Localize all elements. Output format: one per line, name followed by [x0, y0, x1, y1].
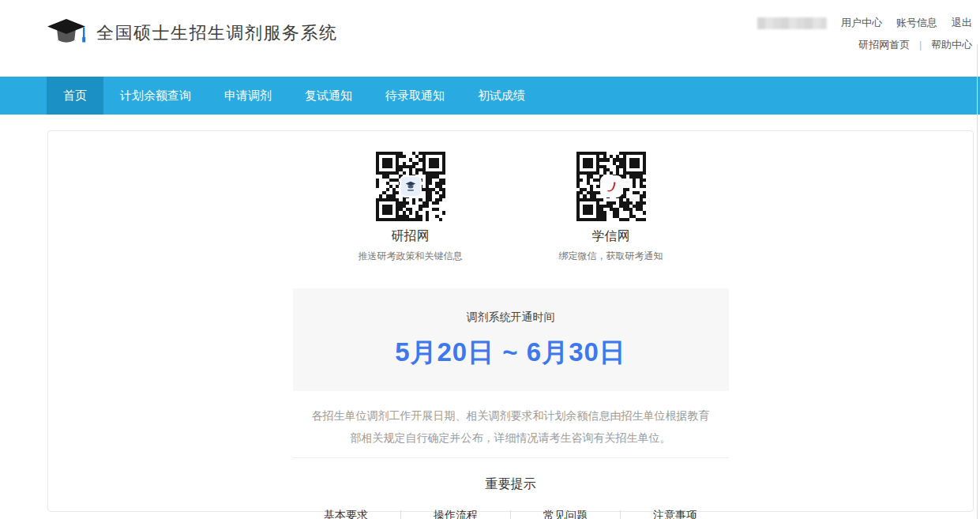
qr-card-subtitle: 推送研考政策和关键信息 — [336, 250, 486, 263]
chsi-logo-icon — [602, 177, 621, 196]
open-time-notice: 调剂系统开通时间 5月20日 ~ 6月30日 — [293, 288, 729, 391]
qr-row: 研招网 推送研考政策和关键信息 学信网 绑定微信，获取研考通知 — [293, 152, 729, 263]
secondary-links-row: 研招网首页 | 帮助中心 — [757, 38, 972, 52]
separator-pipe: | — [919, 39, 922, 51]
help-center-link[interactable]: 帮助中心 — [931, 39, 972, 51]
qr-card-title: 学信网 — [536, 228, 686, 245]
yanzhao-home-link[interactable]: 研招网首页 — [858, 39, 910, 51]
nav-item-retest-notice[interactable]: 复试通知 — [288, 77, 369, 115]
chsi-qr-code — [576, 152, 646, 221]
vertical-divider — [510, 510, 511, 519]
qr-card-subtitle: 绑定微信，获取研考通知 — [536, 250, 686, 263]
center-content: 研招网 推送研考政策和关键信息 学信网 绑定微信，获取研考通知 调剂系统开通时间 — [293, 131, 729, 519]
qr-card-chsi: 学信网 绑定微信，获取研考通知 — [536, 152, 686, 263]
masked-username — [757, 17, 827, 29]
nav-item-plan-balance-query[interactable]: 计划余额查询 — [103, 77, 208, 115]
nav-item-home[interactable]: 首页 — [47, 77, 103, 115]
nav-item-apply-adjustment[interactable]: 申请调剂 — [208, 77, 288, 115]
open-time-label: 调剂系统开通时间 — [301, 310, 721, 325]
tip-link-faq[interactable]: 常见问题 — [527, 509, 604, 519]
tip-link-operation-flow[interactable]: 操作流程 — [417, 509, 494, 519]
vertical-divider — [620, 510, 621, 519]
tips-links-row: 基本要求 操作流程 常见问题 注意事项 — [293, 509, 729, 519]
account-info-link[interactable]: 账号信息 — [896, 16, 937, 30]
tips-title: 重要提示 — [293, 476, 729, 493]
brand: 全国硕士生招生调剂服务系统 — [46, 17, 338, 49]
site-header: 全国硕士生招生调剂服务系统 用户中心 账号信息 退出 研招网首页 | 帮助中心 — [0, 0, 980, 77]
yanzhao-logo-icon — [401, 177, 420, 196]
qr-card-title: 研招网 — [336, 228, 486, 245]
yanzhao-qr-code — [376, 152, 445, 221]
logout-link[interactable]: 退出 — [952, 16, 972, 30]
open-date-range: 5月20日 ~ 6月30日 — [301, 335, 721, 370]
main-nav: 首页 计划余额查询 申请调剂 复试通知 待录取通知 初试成绩 — [0, 77, 980, 115]
adjustment-description: 各招生单位调剂工作开展日期、相关调剂要求和计划余额信息由招生单位根据教育部相关规… — [307, 404, 715, 449]
section-divider — [293, 457, 729, 458]
vertical-divider — [400, 510, 401, 519]
user-menu-row: 用户中心 账号信息 退出 — [757, 16, 972, 30]
tip-link-basic-requirements[interactable]: 基本要求 — [307, 509, 385, 519]
user-center-link[interactable]: 用户中心 — [841, 16, 882, 30]
nav-item-admission-notice[interactable]: 待录取通知 — [369, 77, 461, 115]
header-user-area: 用户中心 账号信息 退出 研招网首页 | 帮助中心 — [757, 16, 972, 52]
tip-link-notes[interactable]: 注意事项 — [636, 509, 714, 519]
qr-card-yanzhao: 研招网 推送研考政策和关键信息 — [336, 152, 486, 263]
graduation-cap-icon — [46, 17, 87, 49]
content-panel: 研招网 推送研考政策和关键信息 学信网 绑定微信，获取研考通知 调剂系统开通时间 — [47, 130, 974, 512]
page-right-border — [977, 44, 978, 519]
site-title: 全国硕士生招生调剂服务系统 — [96, 17, 338, 49]
nav-item-initial-scores[interactable]: 初试成绩 — [461, 77, 542, 115]
